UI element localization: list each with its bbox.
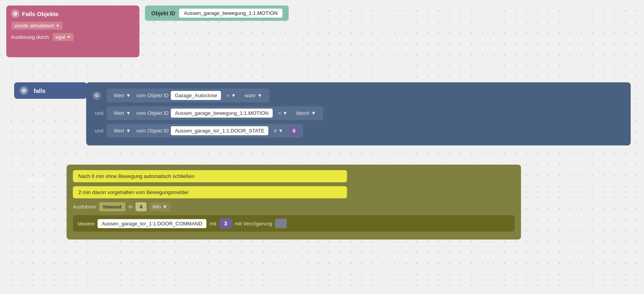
condition-3-pill: Wert▼ vom Objekt ID Aussen_garage_tor_1:…: [107, 124, 303, 138]
und-label-1: und: [92, 110, 103, 116]
ausfuehren-label: Ausführen: [73, 204, 96, 210]
outer-block-body: wurde aktualisiert ▼ Auslösung durch ega…: [6, 21, 139, 45]
outer-falls-objekte-block: ⚙ Falls Objekte wurde aktualisiert ▼ Aus…: [6, 5, 139, 57]
wert-dropdown-3[interactable]: Wert▼: [110, 126, 134, 135]
object-id-input-2[interactable]: Aussen_garage_bewegung_1:1.MOTION: [171, 109, 272, 118]
wert-dropdown-1[interactable]: Wert▼: [110, 91, 134, 100]
ausfuehren-row: Ausführen timeout in 4 Min ▼: [73, 202, 515, 211]
objekt-id-label: Objekt ID: [151, 10, 175, 16]
condition1-gear-icon[interactable]: ⚙: [92, 91, 101, 100]
object-id-input-3[interactable]: Aussen_garage_tor_1:1.DOOR_STATE: [171, 126, 268, 135]
steuere-label: steuere: [78, 221, 94, 227]
action-block: Nach 6 min ohne Bewegung automatisch sch…: [67, 165, 521, 240]
steuere-row: steuere Aussen_garage_tor_1:1.DOOR_COMMA…: [73, 215, 515, 232]
steuere-value[interactable]: 3: [219, 218, 232, 229]
delay-box[interactable]: [275, 219, 287, 228]
gear-icon[interactable]: ⚙: [11, 9, 20, 18]
comment-block-2: 2 min davon vorgehalten vom Bewegungsmel…: [73, 186, 347, 198]
und-label-2: und: [92, 128, 103, 134]
operator-dropdown-3[interactable]: ≠▼: [271, 126, 286, 135]
egal-arrow-icon: ▼: [67, 35, 71, 39]
condition-2-pill: Wert▼ vom Objekt ID Aussen_garage_bewegu…: [107, 106, 323, 120]
egal-dropdown[interactable]: egal ▼: [52, 33, 74, 42]
dropdown-arrow-icon: ▼: [56, 24, 60, 28]
condition-row-2: und Wert▼ vom Objekt ID Aussen_garage_be…: [92, 106, 624, 120]
falls-label: falls: [34, 87, 45, 94]
falls-objekte-label: Falls Objekte: [22, 11, 58, 17]
steuere-object-id[interactable]: Aussen_garage_tor_1:1.DOOR_COMMAND: [98, 219, 206, 228]
condition-1-pill: Wert▼ vom Objekt ID Garage_Autoclose =▼ …: [107, 89, 270, 102]
mit-verzoegerung-label: mit Verzögerung: [235, 221, 272, 227]
falls-block: ⚙ falls: [14, 82, 87, 99]
condition-row-3: und Wert▼ vom Objekt ID Aussen_garage_to…: [92, 124, 624, 138]
in-label: in: [128, 204, 132, 210]
value-dropdown-2[interactable]: falsch▼: [293, 109, 319, 118]
objekt-id-value: Aussen_garage_bewegung_1:1.MOTION: [179, 9, 282, 18]
auslosung-row: Auslösung durch egal ▼: [11, 33, 135, 42]
wurde-aktualisiert-dropdown[interactable]: wurde aktualisiert ▼: [11, 21, 63, 30]
object-id-input-1[interactable]: Garage_Autoclose: [171, 91, 221, 100]
falls-gear-icon[interactable]: ⚙: [20, 86, 28, 95]
outer-block-header: ⚙ Falls Objekte: [6, 5, 139, 21]
steuere-mit-label: mit: [210, 221, 216, 227]
conditions-block: ⚙ Wert▼ vom Objekt ID Garage_Autoclose =…: [86, 82, 631, 145]
unit-dropdown[interactable]: Min ▼: [150, 202, 171, 211]
operator-dropdown-2[interactable]: =▼: [275, 109, 291, 118]
mache-label: mache: [27, 176, 44, 183]
wert-dropdown-2[interactable]: Wert▼: [110, 109, 134, 118]
value-input-3[interactable]: 0: [289, 126, 299, 135]
condition-row-1: ⚙ Wert▼ vom Objekt ID Garage_Autoclose =…: [92, 89, 624, 102]
objekt-id-block: Objekt ID Aussen_garage_bewegung_1:1.MOT…: [145, 5, 289, 21]
timeout-pill[interactable]: timeout: [99, 202, 125, 211]
comment-block-1: Nach 6 min ohne Bewegung automatisch sch…: [73, 170, 347, 182]
timeout-value[interactable]: 4: [136, 202, 146, 211]
operator-dropdown-1[interactable]: =▼: [223, 91, 239, 100]
value-dropdown-1[interactable]: wahr▼: [242, 91, 266, 100]
